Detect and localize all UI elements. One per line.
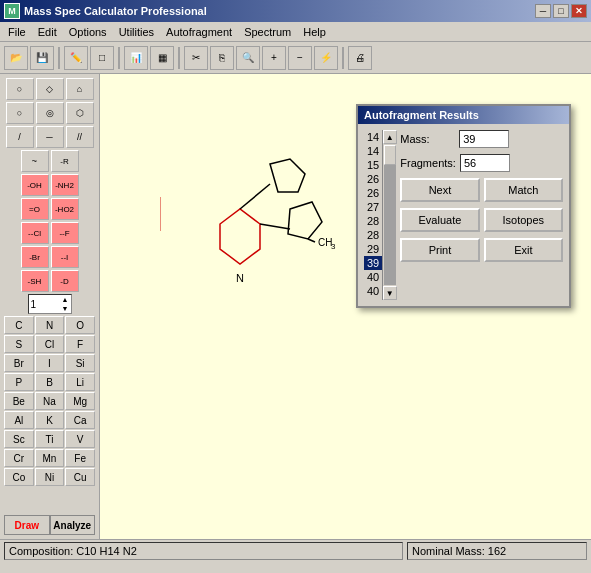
open-button[interactable]: 📂	[4, 46, 28, 70]
list-item-28b[interactable]: 28	[364, 228, 382, 242]
elem-N[interactable]: N	[35, 316, 65, 334]
nh2-tool[interactable]: -NH2	[51, 174, 79, 196]
house-tool[interactable]: ⌂	[66, 78, 94, 100]
special-button[interactable]: ⚡	[314, 46, 338, 70]
tab-draw[interactable]: Draw	[4, 515, 50, 535]
scroll-down-button[interactable]: ▼	[383, 286, 397, 300]
list-item-28a[interactable]: 28	[364, 214, 382, 228]
diamond-tool[interactable]: ◇	[36, 78, 64, 100]
mass-input[interactable]	[459, 130, 509, 148]
elem-Cr[interactable]: Cr	[4, 449, 34, 467]
list-item-15[interactable]: 15	[364, 158, 382, 172]
elem-O[interactable]: O	[65, 316, 95, 334]
fragments-input[interactable]	[460, 154, 510, 172]
cut-button[interactable]: ✂	[184, 46, 208, 70]
print-button[interactable]: 🖨	[348, 46, 372, 70]
match-button[interactable]: Match	[484, 178, 563, 202]
elem-Be[interactable]: Be	[4, 392, 34, 410]
o-tool[interactable]: =O	[21, 198, 49, 220]
elem-I[interactable]: I	[35, 354, 65, 372]
oh-tool[interactable]: -OH	[21, 174, 49, 196]
drawing-canvas[interactable]: N CH 3 Autofragment Results 14	[100, 74, 591, 539]
zoom-plus-button[interactable]: +	[262, 46, 286, 70]
elem-Sc[interactable]: Sc	[4, 430, 34, 448]
table-button[interactable]: ▦	[150, 46, 174, 70]
tab-analyze[interactable]: Analyze	[50, 515, 96, 535]
bond-order-spinbox[interactable]: 1 ▲ ▼	[28, 294, 72, 314]
menu-utilities[interactable]: Utilities	[113, 24, 160, 40]
ring-tool[interactable]: ○	[6, 102, 34, 124]
menu-help[interactable]: Help	[297, 24, 332, 40]
list-item-40b[interactable]: 40	[364, 284, 382, 298]
br-tool[interactable]: -Br	[21, 246, 49, 268]
minimize-button[interactable]: ─	[535, 4, 551, 18]
hline-tool[interactable]: ─	[36, 126, 64, 148]
elem-B[interactable]: B	[35, 373, 65, 391]
elem-Co[interactable]: Co	[4, 468, 34, 486]
scroll-up-button[interactable]: ▲	[383, 130, 397, 144]
elem-Si[interactable]: Si	[65, 354, 95, 372]
menu-spectrum[interactable]: Spectrum	[238, 24, 297, 40]
elem-Ni[interactable]: Ni	[35, 468, 65, 486]
elem-Mg[interactable]: Mg	[65, 392, 95, 410]
menu-file[interactable]: File	[2, 24, 32, 40]
dline-tool[interactable]: //	[66, 126, 94, 148]
draw-button[interactable]: ✏️	[64, 46, 88, 70]
list-item-27[interactable]: 27	[364, 200, 382, 214]
list-item-26b[interactable]: 26	[364, 186, 382, 200]
ho2-tool[interactable]: -HO2	[51, 198, 79, 220]
isotopes-button[interactable]: Isotopes	[484, 208, 563, 232]
elem-C[interactable]: C	[4, 316, 34, 334]
spin-up[interactable]: ▲	[62, 295, 69, 304]
menu-edit[interactable]: Edit	[32, 24, 63, 40]
copy-button[interactable]: ⎘	[210, 46, 234, 70]
elem-Cl[interactable]: Cl	[35, 335, 65, 353]
elem-Ca[interactable]: Ca	[65, 411, 95, 429]
elem-Fe[interactable]: Fe	[65, 449, 95, 467]
next-button[interactable]: Next	[400, 178, 479, 202]
list-item-14b[interactable]: 14	[364, 144, 382, 158]
evaluate-button[interactable]: Evaluate	[400, 208, 479, 232]
elem-Cu[interactable]: Cu	[65, 468, 95, 486]
list-item-26a[interactable]: 26	[364, 172, 382, 186]
f-tool[interactable]: --F	[51, 222, 79, 244]
maximize-button[interactable]: □	[553, 4, 569, 18]
close-button[interactable]: ✕	[571, 4, 587, 18]
save-button[interactable]: 💾	[30, 46, 54, 70]
elem-Na[interactable]: Na	[35, 392, 65, 410]
sh-tool[interactable]: -SH	[21, 270, 49, 292]
wave-tool[interactable]: ~	[21, 150, 49, 172]
elem-Ti[interactable]: Ti	[35, 430, 65, 448]
spin-down[interactable]: ▼	[62, 304, 69, 313]
zoom-button[interactable]: 🔍	[236, 46, 260, 70]
scroll-thumb[interactable]	[384, 145, 396, 165]
exit-button[interactable]: Exit	[484, 238, 563, 262]
circle-tool[interactable]: ○	[6, 78, 34, 100]
elem-K[interactable]: K	[35, 411, 65, 429]
hex-tool[interactable]: ⬡	[66, 102, 94, 124]
elem-Li[interactable]: Li	[65, 373, 95, 391]
i-tool[interactable]: --I	[51, 246, 79, 268]
cl-tool[interactable]: --Cl	[21, 222, 49, 244]
elem-S[interactable]: S	[4, 335, 34, 353]
elem-Mn[interactable]: Mn	[35, 449, 65, 467]
zoom-minus-button[interactable]: −	[288, 46, 312, 70]
menu-options[interactable]: Options	[63, 24, 113, 40]
list-item-14a[interactable]: 14	[364, 130, 382, 144]
r-group-tool[interactable]: -R	[51, 150, 79, 172]
rect-button[interactable]: □	[90, 46, 114, 70]
d-tool[interactable]: -D	[51, 270, 79, 292]
menu-autofragment[interactable]: Autofragment	[160, 24, 238, 40]
elem-V[interactable]: V	[65, 430, 95, 448]
list-item-39[interactable]: 39	[364, 256, 382, 270]
chart-button[interactable]: 📊	[124, 46, 148, 70]
list-item-29[interactable]: 29	[364, 242, 382, 256]
eye-tool[interactable]: ◎	[36, 102, 64, 124]
elem-Al[interactable]: Al	[4, 411, 34, 429]
elem-Br[interactable]: Br	[4, 354, 34, 372]
print-button[interactable]: Print	[400, 238, 479, 262]
elem-F[interactable]: F	[65, 335, 95, 353]
line-tool[interactable]: /	[6, 126, 34, 148]
elem-P[interactable]: P	[4, 373, 34, 391]
list-item-40a[interactable]: 40	[364, 270, 382, 284]
